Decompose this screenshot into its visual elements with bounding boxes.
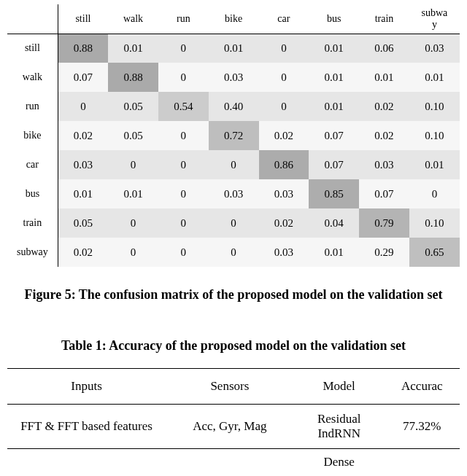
confusion-cell: 0.03 xyxy=(409,34,460,63)
confusion-cell: 0.88 xyxy=(108,63,158,92)
confusion-cell: 0 xyxy=(158,121,209,150)
confusion-cell: 0 xyxy=(209,238,259,267)
confusion-cell: 0.01 xyxy=(409,63,460,92)
confusion-row-header: bus xyxy=(7,179,58,208)
confusion-cell: 0.01 xyxy=(108,179,158,208)
confusion-cell: 0.03 xyxy=(359,150,409,179)
confusion-cell: 0.03 xyxy=(58,150,108,179)
confusion-cell: 0 xyxy=(158,208,209,238)
confusion-col-header: bus xyxy=(309,4,359,34)
confusion-cell: 0 xyxy=(108,208,158,238)
confusion-matrix-table: stillwalkrunbikecarbustrainsubwaystill0.… xyxy=(7,4,460,267)
confusion-col-header: walk xyxy=(108,4,158,34)
confusion-cell: 0.01 xyxy=(359,63,409,92)
confusion-cell: 0.07 xyxy=(58,63,108,92)
confusion-cell: 0.88 xyxy=(58,34,108,63)
confusion-cell: 0.85 xyxy=(309,179,359,208)
acc-header-accuracy: Accurac xyxy=(385,368,460,404)
confusion-cell: 0.10 xyxy=(409,92,460,121)
confusion-cell: 0 xyxy=(259,34,309,63)
confusion-cell: 0.01 xyxy=(58,179,108,208)
confusion-cell: 0.02 xyxy=(359,121,409,150)
acc-header-inputs: Inputs xyxy=(7,368,166,404)
confusion-cell: 0 xyxy=(158,150,209,179)
confusion-cell: 0.01 xyxy=(209,34,259,63)
confusion-cell: 0.86 xyxy=(259,150,309,179)
acc-header-model: Model xyxy=(294,368,385,404)
acc-cell-model-partial: Dense xyxy=(294,448,385,469)
confusion-cell: 0.05 xyxy=(108,92,158,121)
confusion-cell: 0 xyxy=(209,150,259,179)
confusion-cell: 0 xyxy=(58,92,108,121)
confusion-cell: 0.06 xyxy=(359,34,409,63)
confusion-cell: 0 xyxy=(158,179,209,208)
confusion-cell: 0.07 xyxy=(309,121,359,150)
confusion-row-header: bike xyxy=(7,121,58,150)
accuracy-table: Inputs Sensors Model Accurac FFT & FFT b… xyxy=(7,368,460,469)
confusion-cell: 0.79 xyxy=(359,208,409,238)
confusion-row-header: subway xyxy=(7,238,58,267)
confusion-cell: 0 xyxy=(409,179,460,208)
confusion-cell: 0.02 xyxy=(259,121,309,150)
confusion-cell: 0 xyxy=(209,208,259,238)
confusion-cell: 0.02 xyxy=(259,208,309,238)
acc-header-sensors: Sensors xyxy=(166,368,294,404)
confusion-cell: 0.03 xyxy=(209,63,259,92)
confusion-col-header: still xyxy=(58,4,108,34)
confusion-cell: 0.10 xyxy=(409,121,460,150)
confusion-cell: 0.65 xyxy=(409,238,460,267)
confusion-cell: 0.03 xyxy=(259,238,309,267)
confusion-cell: 0 xyxy=(158,34,209,63)
confusion-cell: 0.05 xyxy=(108,121,158,150)
confusion-cell: 0.03 xyxy=(209,179,259,208)
table-caption: Table 1: Accuracy of the proposed model … xyxy=(15,337,452,354)
confusion-cell: 0.07 xyxy=(309,150,359,179)
confusion-cell: 0.03 xyxy=(259,179,309,208)
confusion-cell: 0.02 xyxy=(58,121,108,150)
confusion-corner xyxy=(7,4,58,34)
confusion-cell: 0 xyxy=(259,92,309,121)
confusion-cell: 0.72 xyxy=(209,121,259,150)
confusion-row-header: still xyxy=(7,34,58,63)
confusion-col-header: run xyxy=(158,4,209,34)
confusion-row-header: walk xyxy=(7,63,58,92)
confusion-cell: 0.01 xyxy=(108,34,158,63)
acc-cell-accuracy: 77.32% xyxy=(385,404,460,448)
confusion-cell: 0.01 xyxy=(309,63,359,92)
confusion-cell: 0 xyxy=(158,63,209,92)
confusion-row-header: run xyxy=(7,92,58,121)
confusion-cell: 0.02 xyxy=(359,92,409,121)
confusion-cell: 0.05 xyxy=(58,208,108,238)
confusion-cell: 0.01 xyxy=(309,238,359,267)
confusion-cell: 0 xyxy=(158,238,209,267)
confusion-col-header: car xyxy=(259,4,309,34)
acc-cell-model: Residual IndRNN xyxy=(294,404,385,448)
confusion-cell: 0.02 xyxy=(58,238,108,267)
confusion-cell: 0.54 xyxy=(158,92,209,121)
confusion-cell: 0.10 xyxy=(409,208,460,238)
confusion-row-header: car xyxy=(7,150,58,179)
confusion-cell: 0.07 xyxy=(359,179,409,208)
confusion-cell: 0 xyxy=(108,238,158,267)
acc-cell-sensors: Acc, Gyr, Mag xyxy=(166,404,294,448)
confusion-cell: 0.04 xyxy=(309,208,359,238)
confusion-col-header: bike xyxy=(209,4,259,34)
confusion-cell: 0.01 xyxy=(309,34,359,63)
confusion-cell: 0 xyxy=(259,63,309,92)
confusion-row-header: train xyxy=(7,208,58,238)
confusion-cell: 0.40 xyxy=(209,92,259,121)
confusion-col-header: subway xyxy=(409,4,460,34)
confusion-cell: 0.01 xyxy=(409,150,460,179)
confusion-col-header: train xyxy=(359,4,409,34)
confusion-cell: 0 xyxy=(108,150,158,179)
confusion-cell: 0.29 xyxy=(359,238,409,267)
acc-cell-inputs: FFT & FFT based features xyxy=(7,404,166,448)
figure-caption: Figure 5: The confusion matrix of the pr… xyxy=(22,286,445,303)
confusion-cell: 0.01 xyxy=(309,92,359,121)
